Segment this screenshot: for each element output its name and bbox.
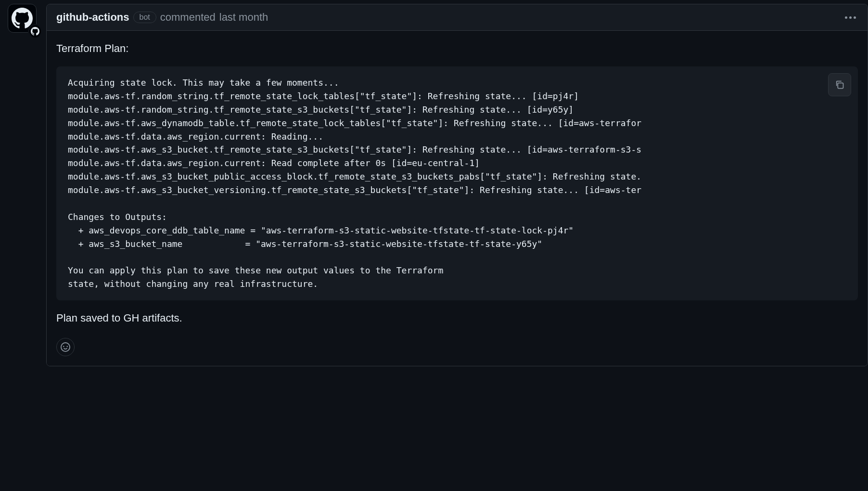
smiley-icon	[61, 342, 70, 352]
add-reaction-button[interactable]	[56, 338, 75, 356]
comment-action-text: commented	[160, 11, 216, 24]
kebab-icon	[854, 16, 856, 19]
code-content: Acquiring state lock. This may take a fe…	[68, 76, 846, 291]
avatar-badge	[28, 24, 42, 39]
avatar-container	[8, 4, 38, 35]
kebab-icon	[845, 16, 847, 19]
comment-header: github-actions bot commented last month	[47, 4, 868, 31]
copy-button[interactable]	[828, 73, 851, 96]
timeline-comment: github-actions bot commented last month …	[0, 4, 868, 366]
comment-box: github-actions bot commented last month …	[46, 4, 868, 366]
kebab-icon	[849, 16, 852, 19]
code-block: Acquiring state lock. This may take a fe…	[56, 66, 858, 300]
author-link[interactable]: github-actions	[56, 11, 129, 24]
kebab-menu-button[interactable]	[843, 14, 858, 21]
plan-heading: Terraform Plan:	[56, 42, 858, 55]
github-mark-icon	[12, 8, 33, 29]
svg-rect-0	[838, 83, 843, 88]
github-mark-icon	[31, 27, 39, 36]
comment-timestamp[interactable]: last month	[219, 11, 268, 24]
reaction-row	[56, 336, 858, 356]
comment-header-left: github-actions bot commented last month	[56, 11, 268, 24]
bot-badge: bot	[133, 12, 156, 23]
plan-saved-text: Plan saved to GH artifacts.	[56, 312, 858, 324]
copy-icon	[835, 80, 844, 90]
comment-body: Terraform Plan: Acquiring state lock. Th…	[47, 31, 868, 366]
